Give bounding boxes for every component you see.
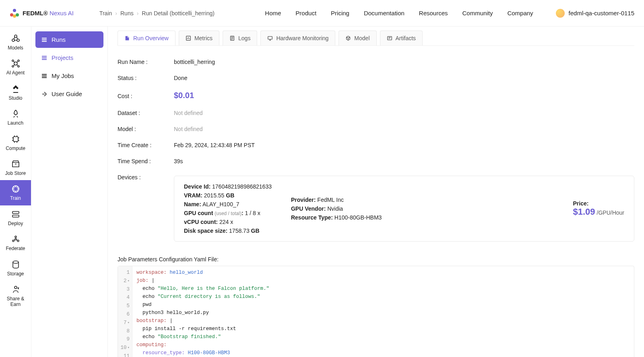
deploy-icon [11, 209, 21, 219]
nav-pricing[interactable]: Pricing [331, 10, 349, 16]
svg-rect-12 [13, 137, 18, 142]
rail-compute[interactable]: Compute [0, 130, 31, 155]
main-content: Run Overview Metrics Logs Hardware Monit… [108, 27, 644, 357]
svg-point-16 [15, 236, 17, 238]
label-devices: Devices : [118, 174, 174, 181]
rail-launch[interactable]: Launch [0, 105, 31, 130]
tab-label: Hardware Monitoring [276, 35, 328, 41]
tab-metrics[interactable]: Metrics [179, 31, 219, 45]
overview-icon [124, 35, 130, 41]
svg-rect-24 [268, 37, 272, 39]
rail-label: Studio [8, 95, 22, 101]
top-nav: Home Product Pricing Documentation Resou… [265, 10, 533, 16]
rail-models[interactable]: Models [0, 30, 31, 55]
device-vendor: Nvidia [327, 205, 343, 212]
price-unit: /GPU/Hour [597, 209, 624, 216]
rail-share-earn[interactable]: Share & Earn [0, 281, 31, 312]
svg-point-11 [18, 66, 19, 67]
nav-product[interactable]: Product [295, 10, 316, 16]
device-name: ALAY_H100_7 [202, 201, 239, 207]
svg-point-6 [17, 39, 19, 41]
breadcrumb: Train › Runs › Run Detail (botticelli_he… [99, 10, 215, 16]
tab-artifacts[interactable]: Artifacts [380, 31, 423, 45]
tab-label: Model [354, 35, 369, 41]
brand-logo[interactable]: FEDML® Nexus AI [10, 8, 74, 18]
rail-train[interactable]: Train [0, 180, 31, 205]
rail-ai-agent[interactable]: AI Agent [0, 55, 31, 80]
value-status: Done [174, 75, 187, 81]
federate-icon [11, 234, 21, 244]
tab-label: Metrics [194, 35, 213, 41]
tab-label: Logs [238, 35, 250, 41]
label-time-spend: Time Spend : [118, 158, 174, 164]
svg-point-2 [13, 14, 16, 18]
tab-hardware[interactable]: Hardware Monitoring [260, 31, 335, 45]
topbar: FEDML® Nexus AI Train › Runs › Run Detai… [0, 0, 644, 27]
rail-label: Federate [6, 246, 25, 251]
line-gutter: 1 2 3 4 5 6 7 8 9 10 11 12 13 14 [118, 266, 132, 357]
brand-mark-icon [10, 8, 19, 18]
subnav-user-guide[interactable]: User Guide [35, 86, 103, 102]
rail-label: Launch [8, 120, 23, 126]
svg-point-5 [12, 39, 14, 41]
nav-home[interactable]: Home [265, 10, 281, 16]
tab-run-overview[interactable]: Run Overview [118, 31, 175, 45]
svg-point-0 [13, 9, 16, 12]
rail-studio[interactable]: Studio [0, 80, 31, 105]
user-name: fedml-qa-customer-0115 [569, 10, 634, 16]
label-status: Status : [118, 75, 174, 81]
rail-deploy[interactable]: Deploy [0, 205, 31, 230]
subnav-my-jobs[interactable]: My Jobs [35, 68, 103, 84]
storage-icon [11, 260, 21, 269]
tab-logs[interactable]: Logs [223, 31, 257, 45]
tab-model[interactable]: Model [339, 31, 376, 45]
rail-label: Compute [6, 146, 25, 151]
value-run-name: botticelli_herring [174, 59, 215, 65]
svg-point-9 [18, 60, 19, 62]
compute-icon [11, 134, 21, 144]
crumb-runs[interactable]: Runs [120, 10, 134, 16]
svg-point-10 [12, 66, 14, 67]
tab-label: Artifacts [396, 35, 416, 41]
svg-point-19 [15, 238, 17, 240]
nav-documentation[interactable]: Documentation [364, 10, 405, 16]
subnav-label: Projects [52, 54, 73, 61]
yaml-editor[interactable]: 1 2 3 4 5 6 7 8 9 10 11 12 13 14 workspa… [118, 266, 634, 357]
model-icon [345, 35, 351, 41]
list-icon [41, 55, 47, 61]
brand-text: FEDML® Nexus AI [23, 10, 74, 16]
rail-federate[interactable]: Federate [0, 230, 31, 255]
metrics-icon [186, 35, 191, 41]
device-vcpu: 224 x [219, 219, 233, 225]
device-resource-type: H100-80GB-HBM3 [334, 214, 382, 221]
svg-rect-15 [12, 215, 19, 217]
nav-community[interactable]: Community [462, 10, 493, 16]
subnav-projects[interactable]: Projects [35, 49, 103, 66]
rail-job-store[interactable]: Job Store [0, 155, 31, 180]
svg-point-18 [17, 240, 19, 242]
code-content[interactable]: workspace: hello_world job: | echo "Hell… [132, 266, 634, 357]
run-details: Run Name :botticelli_herring Status :Don… [118, 46, 634, 357]
tab-label: Run Overview [133, 35, 169, 41]
nav-company[interactable]: Company [507, 10, 533, 16]
user-menu[interactable]: fedml-qa-customer-0115 [556, 9, 634, 18]
device-card: Device Id: 1760482198986821633 VRAM: 201… [174, 176, 634, 242]
logs-icon [229, 35, 235, 41]
guide-icon [41, 91, 47, 97]
crumb-run-detail: Run Detail (botticelli_herring) [142, 10, 215, 16]
rail-storage[interactable]: Storage [0, 256, 31, 281]
svg-point-17 [12, 240, 14, 242]
chevron-right-icon: › [115, 10, 117, 16]
label-created: Time Create : [118, 142, 174, 148]
chevron-right-icon: › [137, 10, 139, 16]
subnav-label: My Jobs [52, 72, 74, 79]
left-rail: Models AI Agent Studio Launch Compute Jo… [0, 27, 31, 357]
subnav-runs[interactable]: Runs [35, 31, 103, 48]
device-disk: 1758.73 [229, 228, 250, 234]
crumb-train[interactable]: Train [99, 10, 112, 16]
nav-resources[interactable]: Resources [419, 10, 448, 16]
device-gpu-count: 1 / 8 x [245, 210, 260, 216]
avatar [556, 9, 565, 18]
sub-nav: Runs Projects My Jobs User Guide [31, 27, 108, 357]
rail-label: Job Store [5, 170, 26, 176]
